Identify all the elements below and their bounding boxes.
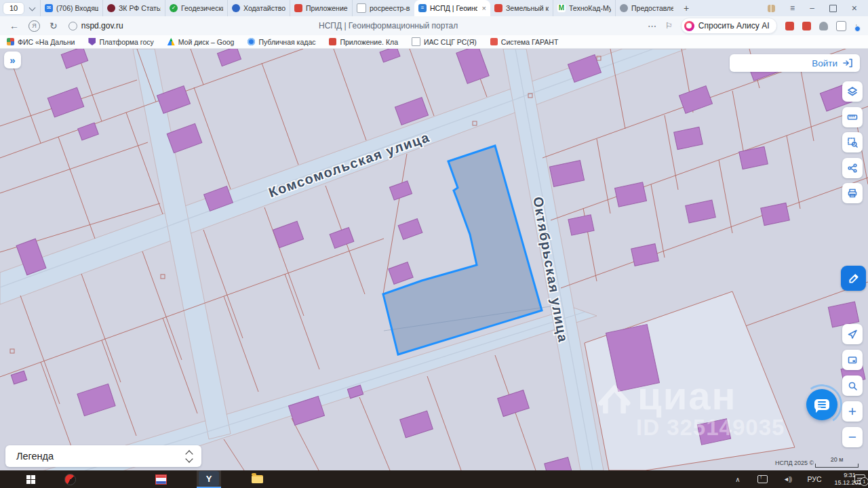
search-area-button[interactable] [842,375,863,396]
bookmark-flag-icon[interactable]: ⚐ [665,21,673,30]
zoom-out-button[interactable] [842,427,863,447]
minus-icon [847,432,858,443]
minimap-icon [847,354,858,365]
tab-count-pill[interactable]: 10 [3,2,24,15]
zoom-in-button[interactable] [842,401,863,422]
browser-menu-icon[interactable]: ≡ [790,3,795,13]
url-text[interactable]: nspd.gov.ru [81,21,123,30]
yandex-browser-icon: Y [199,471,219,486]
fis-icon [7,38,14,45]
bookmarks-bar: ФИС «На Дальни Платформа госу Мой диск –… [0,35,868,49]
windows-taskbar: Y ∧ ◄)) РУС 9:3115.12.2025 1 [0,470,868,488]
bookmark-prilozhenie[interactable]: Приложение. Кла [329,38,398,46]
grid-app-icon [155,474,167,485]
notification-badge: 1 [860,477,868,486]
law-site-icon [107,4,115,12]
tab-inbox[interactable]: ✉(706) Входящие - [40,0,102,16]
close-tab-icon[interactable]: × [482,4,486,12]
measure-button[interactable] [842,107,863,127]
login-label[interactable]: Войти [812,58,837,68]
bookmark-ias[interactable]: ИАС СЦГ РС(Я) [412,37,477,46]
bookmark-pkk[interactable]: Публичная кадас [248,38,315,46]
chat-fab-button[interactable] [806,389,837,420]
new-tab-button[interactable]: + [677,3,695,14]
document-icon [357,3,366,13]
map-scale: 20 м [815,456,859,468]
yandex-services-icon[interactable]: Я [28,20,40,32]
print-button[interactable] [842,183,863,203]
consultant-icon [494,4,502,12]
tab-rosreestr[interactable]: росреестр-выпис [352,0,414,16]
more-actions-icon[interactable]: ⋯ [648,21,657,31]
close-window-button[interactable]: × [852,3,857,14]
legend-bar[interactable]: Легенда [5,445,201,467]
site-security-icon[interactable] [68,22,77,30]
login-bar[interactable]: Войти [730,54,860,72]
select-area-icon [847,137,858,148]
windows-logo-icon [26,475,35,484]
page-title: НСПД | Геоинформационный портал [319,16,458,35]
downloads-icon[interactable]: ↓ [854,21,859,31]
tab-prilozhenie[interactable]: Приложение. Кла [290,0,352,16]
tray-expand-icon[interactable]: ∧ [731,470,745,488]
cadastre-icon [248,38,255,45]
legend-toggle-icon[interactable] [186,451,192,462]
tab-technokad[interactable]: MТехноКад-Муници [553,0,615,16]
draw-tool-button[interactable] [841,266,866,291]
taskbar-app-explorer[interactable] [245,470,269,488]
scale-bar [815,464,859,468]
tab-zk-rf[interactable]: ЗК РФ Статья 39.1 [102,0,165,16]
print-icon [847,188,858,199]
minimize-button[interactable]: – [810,3,814,13]
tab-geodez[interactable]: ✓Геодезический ка [165,0,227,16]
notifications-button[interactable]: 1 [852,470,868,488]
share-button[interactable] [842,158,863,178]
bookmark-garant[interactable]: Система ГАРАНТ [490,38,559,46]
check-icon: ✓ [170,4,178,12]
bookmark-fis[interactable]: ФИС «На Дальни [7,38,75,46]
refresh-icon[interactable]: ↻ [50,20,58,31]
restore-button[interactable] [829,5,837,12]
start-button[interactable] [20,470,41,488]
cryptopro-extension-icon[interactable] [785,22,794,30]
address-bar: ← Я ↻ nspd.gov.ru НСПД | Геоинформационн… [0,16,868,35]
legend-label: Легенда [16,451,186,462]
layers-icon [847,86,858,97]
tab-nspd-active[interactable]: ≡НСПД | Геоинф× [414,0,490,16]
taskbar-app-browser2[interactable] [60,470,80,488]
tray-display-icon[interactable] [754,470,770,488]
taskbar-app-yandex-active[interactable]: Y [197,470,221,488]
taskbar-app-grid[interactable] [149,470,172,488]
volume-icon[interactable]: ◄)) [778,470,796,488]
select-area-button[interactable] [842,132,863,152]
tab-hodataystvo[interactable]: Ходатайство о пр [227,0,290,16]
ask-alice-button[interactable]: Спросить Алису AI [681,18,777,34]
tab-list-chevron-icon[interactable] [29,4,36,11]
layers-button[interactable] [842,81,863,102]
bookmark-drive[interactable]: Мой диск – Goog [167,38,235,46]
cryptopro2-extension-icon[interactable] [802,22,811,30]
bookmark-platforma[interactable]: Платформа госу [88,38,153,46]
consultant-icon [294,4,302,12]
rewards-icon[interactable] [768,5,775,12]
locate-button[interactable] [842,324,863,344]
expand-sidebar-button[interactable]: » [4,52,21,68]
tab-counter[interactable]: 10 [3,2,40,15]
gosuslugi-icon [88,38,96,45]
login-icon [842,58,853,68]
consultant-icon [329,38,336,45]
minimap-button[interactable] [842,350,863,370]
extension2-icon[interactable] [836,21,846,31]
alice-icon [684,21,694,31]
tab-zemelny[interactable]: Земельный коде [490,0,553,16]
back-icon[interactable]: ← [9,20,19,31]
doc-site-icon [232,4,240,12]
language-indicator[interactable]: РУС [804,470,825,488]
garant-icon [490,38,498,45]
folder-icon [252,475,263,483]
extension-icon[interactable] [819,22,828,30]
draw-tool-icon [848,272,860,285]
tab-predostavlenie[interactable]: Предоставление [615,0,677,16]
chat-bubble-icon [814,399,829,410]
map-canvas[interactable]: Комсомольская улица Октябрьская улица » … [0,49,868,470]
